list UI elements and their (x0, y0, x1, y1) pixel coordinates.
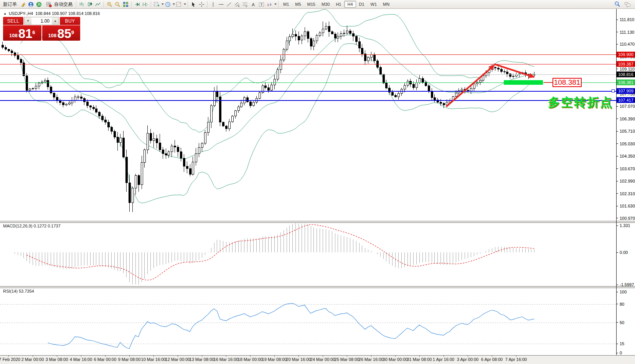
horizontal-line-tool-icon[interactable] (217, 1, 225, 8)
line-chart-icon[interactable] (94, 1, 102, 8)
indicators-icon[interactable] (153, 1, 161, 8)
sell-label: SELL (7, 18, 19, 24)
chart-background (0, 9, 635, 364)
candle-body (47, 80, 49, 87)
channel-tool-icon[interactable]: E (233, 1, 241, 8)
volume-up-button[interactable]: ▲ (52, 17, 59, 25)
candle-body (515, 75, 517, 76)
community-icon[interactable] (27, 1, 35, 8)
candle-body (307, 32, 309, 39)
candle-body (246, 97, 248, 102)
candle-body (14, 53, 16, 55)
turning-point-note[interactable]: 多空转折点 (548, 96, 613, 109)
candle-body (310, 39, 312, 46)
candle-body (509, 74, 511, 77)
label-tool-icon[interactable]: T (257, 1, 266, 8)
rsi-tick-label: 0 (620, 351, 622, 355)
profile-arrow-icon[interactable] (19, 1, 27, 8)
candle-body (195, 153, 197, 162)
zoom-in-icon[interactable] (106, 1, 114, 8)
candle-body (391, 92, 393, 95)
candle-body (361, 48, 363, 54)
timeframe-M15[interactable]: M15 (304, 1, 318, 8)
separator (278, 1, 279, 8)
periods-icon[interactable] (164, 1, 172, 8)
timeframe-MN[interactable]: MN (380, 1, 393, 8)
candle-body (38, 83, 40, 86)
candle-body (443, 104, 445, 105)
sell-price-box[interactable]: 108 81 6 (3, 25, 41, 41)
candle-body (479, 80, 481, 82)
buy-price-box[interactable]: 108 85 9 (42, 25, 81, 41)
candle-body (234, 110, 236, 116)
tile-windows-icon[interactable] (122, 1, 130, 8)
crosshair-icon[interactable] (198, 1, 206, 8)
candle-body (331, 32, 333, 34)
timeframe-D1[interactable]: D1 (356, 1, 368, 8)
candlestick-chart-icon[interactable] (86, 1, 94, 8)
autotrade-icon (45, 1, 53, 8)
candle-body (349, 31, 351, 34)
time-tick-label: 27 Feb 2020 (0, 357, 20, 362)
candle-body (138, 175, 140, 184)
line-selection-handle[interactable] (612, 90, 614, 92)
new-order-button[interactable]: 新订单 (1, 0, 19, 8)
time-tick-label: 1 Apr 16:00 (433, 357, 454, 362)
timeframe-M30[interactable]: M30 (318, 1, 333, 8)
cursor-icon[interactable] (190, 1, 198, 8)
candle-body (101, 116, 103, 120)
templates-caret-icon[interactable] (184, 3, 186, 5)
candle-body (162, 150, 164, 153)
svg-text:E: E (238, 5, 239, 7)
support-highlight-box[interactable] (504, 80, 543, 85)
trendline-tool-icon[interactable] (225, 1, 233, 8)
volume-down-button[interactable]: ▼ (25, 17, 31, 25)
buy-button[interactable]: BUY (60, 17, 80, 25)
timeframe-M5[interactable]: M5 (292, 1, 304, 8)
chart-shift-icon[interactable] (141, 1, 149, 8)
fibonacci-tool-icon[interactable]: F (241, 1, 249, 8)
candle-body (50, 87, 52, 93)
timeframe-H4[interactable]: H4 (344, 1, 356, 8)
time-tick-label: 16 Mar 16:00 (214, 357, 239, 362)
collapse-arrow-icon[interactable]: ▲ (3, 12, 7, 15)
candle-body (355, 36, 357, 42)
signals-icon[interactable] (35, 1, 43, 8)
sell-button[interactable]: SELL (3, 17, 23, 25)
candle-body (343, 33, 345, 33)
time-tick-label: 3 Apr 00:00 (457, 357, 478, 362)
bar-chart-icon[interactable] (78, 1, 86, 8)
candle-body (153, 139, 155, 141)
symbol-name: USDJPY-,H4 (9, 11, 33, 16)
candle-body (440, 102, 442, 103)
candle-body (104, 120, 106, 122)
candle-body (249, 102, 251, 105)
templates-icon[interactable] (175, 1, 183, 8)
timeframe-W1[interactable]: W1 (368, 1, 380, 8)
candle-body (461, 89, 463, 91)
timeframe-M1[interactable]: M1 (280, 1, 292, 8)
vertical-line-tool-icon[interactable] (209, 1, 217, 8)
toolbar: 新订单 自动交易 (0, 0, 635, 9)
candle-body (56, 97, 58, 100)
arrows-caret-icon[interactable] (274, 3, 277, 5)
candle-body (313, 41, 315, 46)
candle-body (231, 116, 233, 122)
auto-scroll-icon[interactable] (133, 1, 141, 8)
candle-body (240, 103, 242, 107)
autotrade-button[interactable]: 自动交易 (43, 0, 74, 8)
candle-body (322, 29, 324, 33)
chat-icon[interactable] (623, 1, 632, 8)
volume-input[interactable] (31, 17, 52, 25)
candle-body (376, 61, 378, 68)
candle-body (180, 152, 182, 158)
timeframe-H1[interactable]: H1 (333, 1, 344, 8)
time-tick-label: 12 Mar 00:00 (165, 357, 190, 362)
time-tick-label: 7 Apr 16:00 (505, 357, 527, 362)
arrows-tool-icon[interactable] (266, 1, 274, 8)
text-tool-icon[interactable]: A (249, 1, 257, 8)
search-icon[interactable] (613, 1, 621, 8)
separator (188, 1, 188, 8)
zoom-out-icon[interactable] (114, 1, 122, 8)
macd-indicator-label: MACD(12,26,9) 0.1272 0.1737 (3, 224, 61, 228)
